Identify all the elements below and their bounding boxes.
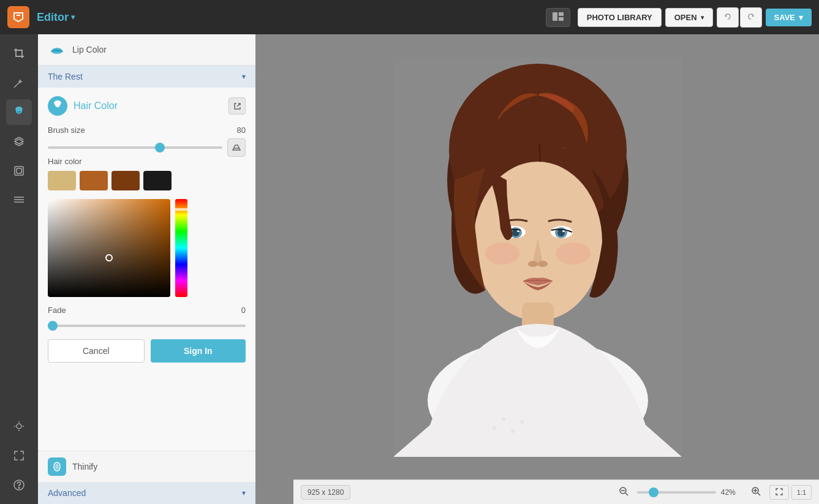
canvas-image (393, 58, 682, 457)
undo-button[interactable] (717, 7, 739, 28)
the-rest-chevron: ▾ (242, 72, 246, 81)
layers-button[interactable] (6, 129, 32, 154)
photo-library-button[interactable]: PHOTO LIBRARY (578, 8, 662, 27)
zoom-1-1-label: 1:1 (797, 489, 806, 496)
svg-rect-9 (17, 168, 21, 173)
thinify-icon (48, 457, 66, 476)
advanced-section-header[interactable]: Advanced ▾ (38, 482, 255, 504)
hair-color-title-row: Hair Color (48, 96, 118, 116)
svg-point-47 (556, 243, 591, 265)
eraser-button[interactable] (227, 138, 246, 157)
svg-line-52 (758, 493, 760, 495)
lip-color-row[interactable]: Lip Color (38, 34, 255, 66)
the-rest-label: The Rest (48, 72, 83, 81)
color-gradient-picker[interactable] (48, 199, 170, 297)
redo-button[interactable] (740, 7, 762, 28)
advanced-label: Advanced (48, 488, 86, 498)
canvas-area: 925 x 1280 42% (255, 34, 819, 504)
fade-value: 0 (241, 306, 246, 315)
svg-rect-1 (559, 12, 564, 16)
svg-point-46 (485, 243, 519, 265)
swatch-black[interactable] (143, 171, 172, 190)
magic-wand-button[interactable] (6, 70, 32, 96)
thinify-row[interactable]: Thinify (38, 451, 255, 482)
brush-size-slider[interactable] (48, 146, 222, 149)
undo-redo-group (717, 7, 762, 28)
swatch-blonde[interactable] (48, 171, 76, 190)
hair-tool-button[interactable] (6, 99, 32, 125)
svg-line-49 (625, 493, 628, 495)
sign-in-button[interactable]: Sign In (151, 339, 246, 363)
svg-point-45 (538, 261, 548, 267)
zoom-1-1-button[interactable]: 1:1 (791, 485, 812, 500)
lip-color-label: Lip Color (72, 45, 107, 55)
save-button[interactable]: SAVE ▾ (766, 9, 812, 26)
cancel-button[interactable]: Cancel (48, 339, 145, 363)
swatch-brown[interactable] (111, 171, 140, 190)
lip-color-icon (48, 40, 66, 59)
svg-point-19 (18, 487, 20, 489)
svg-point-13 (17, 424, 21, 429)
svg-point-24 (55, 464, 59, 470)
svg-point-35 (493, 426, 496, 430)
the-rest-section-header[interactable]: The Rest ▾ (38, 66, 255, 88)
hair-color-title: Hair Color (74, 100, 118, 111)
zoom-out-button[interactable] (615, 485, 632, 500)
fade-slider[interactable] (48, 325, 246, 327)
editor-chevron: ▾ (71, 13, 75, 21)
open-button[interactable]: OPEN ▾ (665, 8, 713, 27)
color-spectrum[interactable] (175, 199, 187, 297)
hair-color-section-icon (48, 96, 67, 116)
top-bar: Editor ▾ PHOTO LIBRARY OPEN ▾ (0, 0, 819, 34)
panels-button[interactable] (546, 8, 570, 27)
zoom-controls: 42% (615, 485, 812, 500)
save-label: SAVE (774, 13, 795, 22)
frame-button[interactable] (6, 158, 32, 184)
color-picker (48, 199, 246, 297)
fade-label: Fade (48, 306, 66, 315)
texture-button[interactable] (6, 187, 32, 213)
help-button[interactable] (6, 472, 32, 498)
main-content: Lip Color The Rest ▾ Hair Color (0, 34, 819, 504)
expand-button[interactable] (6, 443, 32, 468)
brush-size-label: Brush size (48, 126, 85, 135)
zoom-fit-button[interactable] (769, 485, 789, 500)
color-swatches (48, 171, 246, 190)
svg-marker-3 (725, 15, 727, 17)
svg-point-44 (528, 261, 538, 267)
brush-size-row: Brush size 80 (48, 126, 246, 135)
thinify-label: Thinify (72, 462, 97, 472)
zoom-fit-buttons: 1:1 (769, 485, 812, 500)
left-panel: Lip Color The Rest ▾ Hair Color (38, 34, 255, 504)
fade-section: Fade 0 (48, 306, 246, 329)
spectrum-cursor (175, 208, 187, 211)
editor-title[interactable]: Editor ▾ (37, 11, 75, 24)
action-buttons: Cancel Sign In (48, 339, 246, 363)
svg-point-34 (520, 420, 524, 424)
external-link-button[interactable] (228, 97, 246, 115)
hair-color-header: Hair Color (48, 96, 246, 116)
svg-rect-8 (15, 167, 23, 175)
gradient-dark (48, 199, 170, 297)
app-logo (7, 6, 29, 28)
brush-size-control (48, 138, 246, 157)
svg-rect-2 (559, 17, 564, 21)
zoom-slider[interactable] (637, 491, 716, 494)
zoom-value-label: 42% (721, 488, 742, 497)
advanced-chevron: ▾ (242, 489, 246, 497)
light-button[interactable] (6, 413, 32, 439)
svg-rect-0 (553, 12, 557, 21)
bottom-bar: 925 x 1280 42% (293, 480, 819, 504)
swatch-auburn[interactable] (80, 171, 108, 190)
brush-size-value: 80 (237, 126, 246, 135)
hair-color-swatch-label: Hair color (48, 157, 246, 166)
svg-point-33 (511, 429, 515, 433)
svg-point-32 (502, 417, 505, 421)
crop-tool-button[interactable] (6, 40, 32, 66)
save-caret: ▾ (799, 13, 803, 22)
editor-label: Editor (37, 11, 69, 24)
zoom-in-button[interactable] (747, 485, 764, 500)
canvas-wrapper (393, 34, 682, 504)
open-label: OPEN (674, 13, 697, 22)
image-size-label: 925 x 1280 (301, 485, 350, 500)
